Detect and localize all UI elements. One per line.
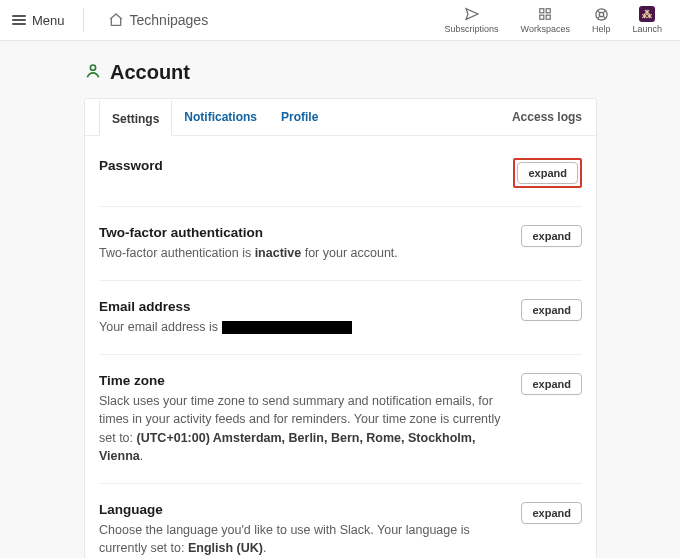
expand-button-twofa[interactable]: expand — [521, 225, 582, 247]
page-title-row: Account — [84, 61, 597, 84]
section-desc: Slack uses your time zone to send summar… — [99, 392, 509, 465]
settings-sections: Password expand Two-factor authenticatio… — [85, 136, 596, 558]
topbar-right: Subscriptions Workspaces Help — [445, 6, 662, 34]
tab-access-logs[interactable]: Access logs — [512, 110, 582, 124]
brand-label: Technipages — [130, 12, 209, 28]
section-password: Password expand — [99, 140, 582, 207]
home-icon — [108, 12, 124, 28]
tz-value: (UTC+01:00) Amsterdam, Berlin, Bern, Rom… — [99, 431, 475, 463]
menu-button[interactable]: Menu — [12, 8, 84, 32]
twofa-status: inactive — [255, 246, 302, 260]
tab-notifications[interactable]: Notifications — [172, 99, 269, 135]
section-title: Time zone — [99, 373, 509, 388]
svg-rect-2 — [540, 15, 544, 19]
tab-profile[interactable]: Profile — [269, 99, 330, 135]
section-title: Language — [99, 502, 509, 517]
section-language: Language Choose the language you'd like … — [99, 484, 582, 558]
redacted-email — [222, 321, 352, 334]
section-email: Email address Your email address is expa… — [99, 281, 582, 355]
svg-point-10 — [90, 65, 95, 70]
tabs-bar: Settings Notifications Profile Access lo… — [85, 99, 596, 136]
section-title: Password — [99, 158, 501, 173]
nav-launch[interactable]: ⁂ Launch — [632, 6, 662, 34]
slack-tile-icon: ⁂ — [639, 6, 655, 22]
section-desc: Your email address is — [99, 318, 509, 336]
tab-settings[interactable]: Settings — [100, 99, 171, 137]
section-title: Two-factor authentication — [99, 225, 509, 240]
twofa-text-pre: Two-factor authentication is — [99, 246, 255, 260]
expand-button-password[interactable]: expand — [517, 162, 578, 184]
svg-rect-0 — [540, 9, 544, 13]
lang-value: English (UK) — [188, 541, 263, 555]
twofa-text-post: for your account. — [301, 246, 398, 260]
expand-button-language[interactable]: expand — [521, 502, 582, 524]
section-desc: Choose the language you'd like to use wi… — [99, 521, 509, 557]
help-icon — [594, 6, 609, 22]
page-title: Account — [110, 61, 190, 84]
svg-line-8 — [597, 16, 600, 19]
nav-help[interactable]: Help — [592, 6, 611, 34]
lang-text-pre: Choose the language you'd like to use wi… — [99, 523, 470, 555]
nav-label: Help — [592, 24, 611, 34]
svg-point-5 — [599, 12, 603, 16]
menu-label: Menu — [32, 13, 65, 28]
nav-subscriptions[interactable]: Subscriptions — [445, 6, 499, 34]
nav-label: Subscriptions — [445, 24, 499, 34]
topbar-left: Menu Technipages — [12, 8, 208, 32]
hamburger-icon — [12, 15, 26, 25]
svg-rect-3 — [546, 15, 550, 19]
topbar: Menu Technipages Subscriptions — [0, 0, 680, 41]
grid-icon — [538, 6, 552, 22]
nav-label: Workspaces — [521, 24, 570, 34]
tz-text-post: . — [140, 449, 143, 463]
paper-plane-icon — [464, 6, 480, 22]
svg-rect-1 — [546, 9, 550, 13]
brand-link[interactable]: Technipages — [108, 12, 209, 28]
section-timezone: Time zone Slack uses your time zone to s… — [99, 355, 582, 484]
expand-button-timezone[interactable]: expand — [521, 373, 582, 395]
nav-label: Launch — [632, 24, 662, 34]
person-icon — [84, 62, 102, 83]
settings-card: Settings Notifications Profile Access lo… — [84, 98, 597, 558]
section-title: Email address — [99, 299, 509, 314]
expand-button-email[interactable]: expand — [521, 299, 582, 321]
lang-text-post: . — [263, 541, 266, 555]
nav-workspaces[interactable]: Workspaces — [521, 6, 570, 34]
svg-line-6 — [597, 10, 600, 13]
svg-line-9 — [603, 16, 606, 19]
section-desc: Two-factor authentication is inactive fo… — [99, 244, 509, 262]
email-text-pre: Your email address is — [99, 320, 222, 334]
expand-button-highlight: expand — [513, 158, 582, 188]
section-twofa: Two-factor authentication Two-factor aut… — [99, 207, 582, 281]
svg-line-7 — [603, 10, 606, 13]
